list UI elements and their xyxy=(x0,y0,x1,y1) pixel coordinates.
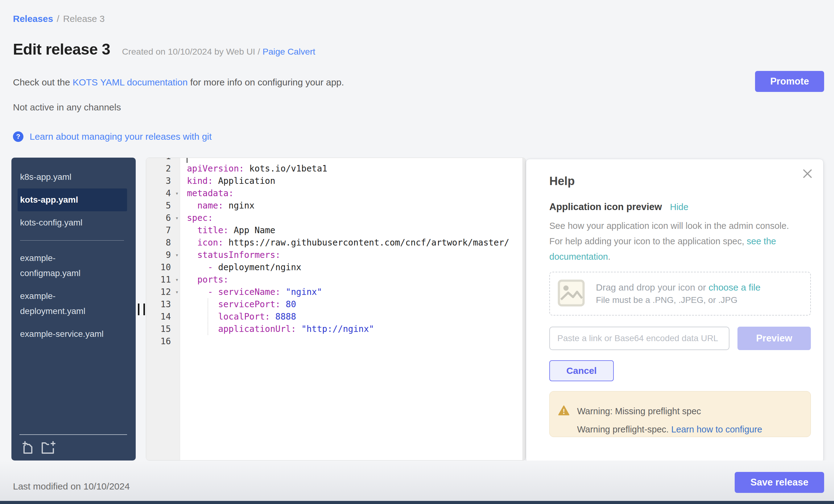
code-line-5[interactable]: 5 name: nginx xyxy=(146,199,526,212)
line-number: 12▾ xyxy=(146,287,180,297)
code-line-14[interactable]: 14 localPort: 8888 xyxy=(146,310,526,323)
icon-preview-section: Application icon preview Hide xyxy=(549,201,811,213)
breadcrumb-releases-link[interactable]: Releases xyxy=(13,14,53,24)
fold-arrow-icon[interactable]: ▾ xyxy=(175,252,179,258)
image-placeholder-icon xyxy=(558,280,585,308)
file-name: example-deployment.yaml xyxy=(20,288,113,319)
preview-button[interactable]: Preview xyxy=(738,327,811,350)
code-line-11[interactable]: 11▾ ports: xyxy=(146,273,526,286)
indent-guide xyxy=(207,299,208,335)
code-line-8[interactable]: 8 icon: https://raw.githubusercontent.co… xyxy=(146,236,526,248)
file-item-example-deployment.yaml[interactable]: example-deployment.yaml xyxy=(18,285,127,323)
editor-scrollbar[interactable] xyxy=(523,158,526,460)
section-title: Application icon preview xyxy=(549,201,662,213)
file-requirements: File must be a .PNG, .JPEG, or .JPG xyxy=(596,295,761,305)
code-text: title: App Name xyxy=(180,225,276,235)
code-line-4[interactable]: 4▾metadata: xyxy=(146,187,526,199)
code-line-7[interactable]: 7 title: App Name xyxy=(146,224,526,236)
save-release-button[interactable]: Save release xyxy=(735,472,824,493)
promote-button[interactable]: Promote xyxy=(755,71,824,92)
icon-dropzone[interactable]: Drag and drop your icon or choose a file… xyxy=(549,272,811,315)
help-description-period: . xyxy=(608,252,610,262)
cancel-button[interactable]: Cancel xyxy=(549,360,614,381)
text-cursor xyxy=(186,158,188,163)
created-text: Created on 10/10/2024 by Web UI / xyxy=(122,47,260,57)
fold-arrow-icon[interactable]: ▾ xyxy=(175,190,179,196)
file-name: example-configmap.yaml xyxy=(20,250,113,281)
code-line-2[interactable]: 2apiVersion: kots.io/v1beta1 xyxy=(146,162,526,175)
yaml-editor[interactable]: 1---2apiVersion: kots.io/v1beta13kind: A… xyxy=(146,158,526,461)
code-line-9[interactable]: 9▾ statusInformers: xyxy=(146,248,526,261)
file-item-kots-app.yaml[interactable]: kots-app.yaml xyxy=(18,189,127,211)
code-text: localPort: 8888 xyxy=(180,311,296,322)
icon-url-input[interactable] xyxy=(549,327,729,350)
code-text: servicePort: 80 xyxy=(180,299,296,309)
code-text: - serviceName: "nginx" xyxy=(180,287,322,297)
created-author-link[interactable]: Paige Calvert xyxy=(262,47,315,57)
fold-arrow-icon[interactable]: ▾ xyxy=(175,289,179,295)
sidebar-resize-handle[interactable] xyxy=(138,304,145,315)
file-item-example-service.yaml[interactable]: example-service.yaml xyxy=(18,323,127,346)
code-line-12[interactable]: 12▾ - serviceName: "nginx" xyxy=(146,286,526,298)
close-icon[interactable] xyxy=(802,169,813,180)
line-number: 10 xyxy=(146,262,180,272)
code-line-16[interactable]: 16 xyxy=(146,335,526,347)
choose-file-link[interactable]: choose a file xyxy=(708,282,760,292)
kots-yaml-doc-link[interactable]: KOTS YAML documentation xyxy=(72,77,188,87)
code-text: apiVersion: kots.io/v1beta1 xyxy=(180,163,327,174)
line-number: 6▾ xyxy=(146,213,180,223)
line-number: 3 xyxy=(146,176,180,186)
doc-hint: Check out the KOTS YAML documentation fo… xyxy=(13,77,344,88)
code-line-3[interactable]: 3kind: Application xyxy=(146,175,526,187)
code-line-6[interactable]: 6▾spec: xyxy=(146,212,526,224)
code-line-13[interactable]: 13 servicePort: 80 xyxy=(146,298,526,310)
title-row: Edit release 3 Created on 10/10/2024 by … xyxy=(13,40,315,58)
code-line-15[interactable]: 15 applicationUrl: "http://nginx" xyxy=(146,323,526,335)
code-text: metadata: xyxy=(180,188,234,198)
breadcrumb-separator: / xyxy=(57,14,59,24)
code-line-10[interactable]: 10 - deployment/nginx xyxy=(146,261,526,273)
warning-title: Warning: Missing preflight spec xyxy=(577,406,701,416)
dropzone-text: Drag and drop your icon or choose a file… xyxy=(596,282,761,305)
learn-configure-link[interactable]: Learn how to configure xyxy=(671,424,762,434)
line-number: 4▾ xyxy=(146,188,180,198)
fold-arrow-icon[interactable]: ▾ xyxy=(175,215,179,221)
file-name: k8s-app.yaml xyxy=(20,169,71,184)
drop-instruction: Drag and drop your icon or xyxy=(596,282,708,292)
file-name: kots-app.yaml xyxy=(20,192,78,207)
fold-arrow-icon[interactable]: ▾ xyxy=(175,276,179,283)
new-file-icon[interactable] xyxy=(21,440,35,456)
warning-triangle-icon xyxy=(558,405,570,417)
hide-link[interactable]: Hide xyxy=(670,202,688,212)
code-text: name: nginx xyxy=(180,200,255,211)
file-name: example-service.yaml xyxy=(20,326,104,342)
breadcrumb-current: Release 3 xyxy=(63,14,105,24)
icon-url-row: Preview xyxy=(549,327,811,350)
code-lines: 1---2apiVersion: kots.io/v1beta13kind: A… xyxy=(146,158,526,347)
file-item-example-configmap.yaml[interactable]: example-configmap.yaml xyxy=(18,247,127,285)
code-text: kind: Application xyxy=(180,176,276,186)
warning-detail-text: Warning preflight-spec. xyxy=(577,424,671,434)
line-number: 5 xyxy=(146,200,180,211)
line-number: 15 xyxy=(146,324,180,334)
doc-hint-post: for more info on configuring your app. xyxy=(188,77,344,87)
last-modified: Last modified on 10/10/2024 xyxy=(13,481,130,492)
line-number: 1 xyxy=(146,158,180,161)
file-item-k8s-app.yaml[interactable]: k8s-app.yaml xyxy=(18,166,127,189)
file-list-divider xyxy=(20,240,124,241)
help-panel: Help Application icon preview Hide See h… xyxy=(526,159,824,463)
page-title: Edit release 3 xyxy=(13,40,110,58)
code-text: --- xyxy=(180,158,203,161)
file-name: kots-config.yaml xyxy=(20,215,82,230)
git-releases-link[interactable]: Learn about managing your releases with … xyxy=(29,131,212,142)
code-text: icon: https://raw.githubusercontent.com/… xyxy=(180,238,509,248)
code-line-1[interactable]: 1--- xyxy=(146,158,526,162)
code-text: - deployment/nginx xyxy=(180,262,301,272)
line-number: 8 xyxy=(146,238,180,248)
bottom-bar xyxy=(0,501,834,504)
git-help-row[interactable]: ? Learn about managing your releases wit… xyxy=(13,131,212,142)
code-text: spec: xyxy=(180,213,213,223)
new-folder-icon[interactable] xyxy=(40,440,57,456)
file-item-kots-config.yaml[interactable]: kots-config.yaml xyxy=(18,211,127,234)
preflight-warning: Warning: Missing preflight spec Warning … xyxy=(549,391,811,437)
